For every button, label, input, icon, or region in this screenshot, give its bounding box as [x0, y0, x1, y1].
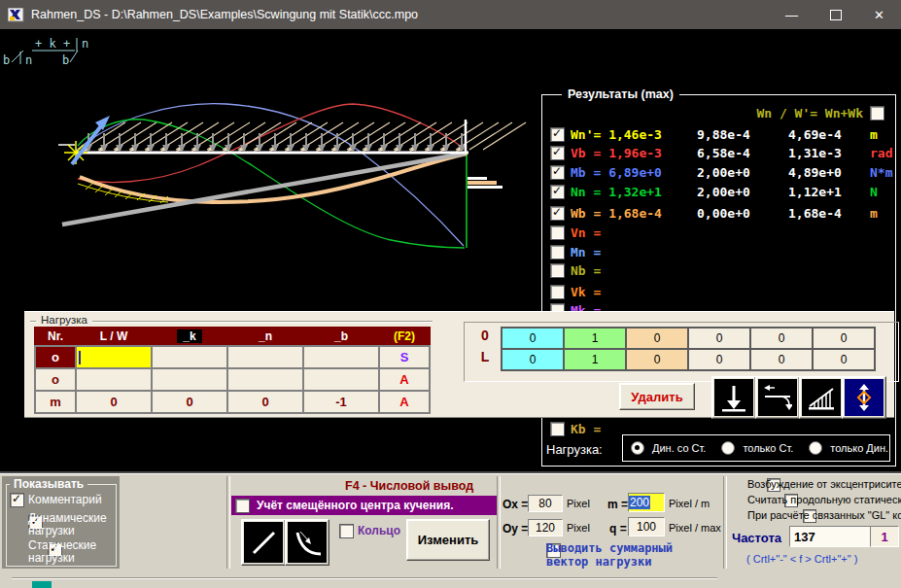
radio-label[interactable]: Дин. со Ст. — [652, 442, 706, 454]
axes-icon — [763, 383, 792, 412]
load-cell[interactable] — [228, 369, 302, 390]
result-checkbox[interactable] — [550, 146, 565, 160]
frequency-input[interactable]: 137 — [789, 526, 871, 547]
bottom-panel: Показывать Комментарий Динамические нагр… — [0, 473, 901, 588]
comment-label[interactable]: Комментарий — [28, 493, 102, 506]
radio-dyn-with-static[interactable] — [631, 441, 644, 455]
load-mode-label: Нагрузка: — [546, 442, 603, 457]
result-checkbox[interactable] — [550, 127, 565, 142]
maximize-icon — [830, 10, 842, 20]
ox-unit: Pixel — [567, 498, 590, 509]
result-unit: N*m — [870, 165, 892, 180]
shifted-center-label[interactable]: Учёт смещённого центра кучения. — [257, 499, 453, 512]
load-cell[interactable] — [228, 347, 302, 367]
matrix-cell[interactable]: 1 — [565, 350, 625, 369]
distributed-load-arrows — [83, 122, 526, 152]
radio-label[interactable]: только Ст. — [743, 442, 793, 454]
point-load-button[interactable] — [711, 376, 756, 419]
load-cell[interactable]: 0 — [228, 392, 302, 412]
result-value-3: 4,69e-4 — [788, 127, 864, 142]
matrix-cell[interactable]: 0 — [814, 329, 874, 348]
schematic-b-left: b — [3, 53, 10, 67]
selected-text: 200 — [629, 496, 650, 509]
dynamic-loads-label2[interactable]: нагрузки — [28, 524, 75, 537]
separator — [226, 476, 230, 569]
longitudinal-label[interactable]: Считать продольную статическу — [747, 494, 901, 505]
result-checkbox[interactable] — [550, 165, 565, 180]
change-button[interactable]: Изменить — [406, 519, 490, 561]
load-cell[interactable] — [153, 369, 226, 390]
static-loads-label2[interactable]: нагрузки — [28, 551, 75, 565]
line-diagram-button[interactable] — [241, 519, 286, 566]
q-input[interactable]: 100 — [628, 517, 665, 536]
matrix-cell[interactable]: 0 — [502, 350, 563, 369]
result-checkbox[interactable] — [550, 285, 565, 299]
double-arrow-diamond-icon — [849, 383, 879, 412]
sum-vector-label1[interactable]: Выводить суммарный — [546, 541, 673, 555]
result-checkbox[interactable] — [550, 245, 565, 259]
result-checkbox[interactable] — [550, 206, 565, 221]
comment-checkbox[interactable] — [10, 493, 24, 507]
static-loads-label[interactable]: Статические — [28, 538, 96, 552]
app-window: Rahmen_DS - D:\Rahmen_DS\Examples\Scwing… — [0, 0, 901, 588]
radio-label[interactable]: только Дин. — [830, 442, 888, 454]
result-checkbox[interactable] — [550, 422, 565, 436]
row-flag: S — [380, 347, 429, 367]
matrix-cell[interactable]: 0 — [689, 329, 749, 348]
matrix-cell[interactable]: 0 — [627, 350, 687, 369]
col-nr: Nr. — [36, 329, 75, 344]
close-button[interactable]: ✕ — [857, 0, 901, 29]
load-cell[interactable]: 0 — [77, 392, 151, 412]
formula-checkbox[interactable] — [870, 106, 884, 121]
minimize-button[interactable]: — — [770, 0, 814, 29]
matrix-cell[interactable]: 0 — [627, 329, 687, 348]
result-checkbox[interactable] — [550, 263, 565, 278]
load-cell[interactable] — [304, 347, 378, 367]
load-cell[interactable]: 0 — [153, 392, 226, 412]
load-cell[interactable] — [304, 369, 378, 390]
mode-number-input[interactable]: 1 — [870, 526, 899, 547]
matrix-cell[interactable]: 0 — [751, 350, 812, 369]
result-value-3: 1,31e-3 — [788, 146, 864, 160]
m-input[interactable]: 200 — [628, 493, 665, 512]
result-checkbox[interactable] — [550, 225, 565, 240]
curve-diagram-button[interactable] — [285, 519, 329, 566]
ramp-load-button[interactable] — [799, 376, 844, 419]
row-selector[interactable]: o — [36, 369, 75, 390]
matrix-cell[interactable]: 0 — [814, 350, 874, 369]
ox-input[interactable]: 80 — [528, 495, 563, 512]
matrix-cell[interactable]: 0 — [502, 329, 563, 348]
matrix-cell[interactable]: 0 — [751, 329, 812, 348]
gl-linked-label[interactable]: При расчёте связанных "GL" ко — [747, 509, 901, 521]
dynamic-loads-label[interactable]: Динамические — [28, 511, 107, 525]
result-label: Vk = — [571, 285, 691, 299]
result-checkbox[interactable] — [550, 185, 565, 199]
result-row: Mb = 6,89e+0 2,00e+0 4,89e+0 N*m — [550, 165, 892, 180]
result-value-3: 1,12e+1 — [788, 185, 864, 199]
axes-load-button[interactable] — [755, 376, 800, 419]
maximize-button[interactable] — [814, 0, 857, 29]
eccentric-label[interactable]: Возбуждение от эксцентрисите — [747, 478, 901, 490]
vibration-load-button[interactable] — [842, 376, 886, 419]
row-selector[interactable]: m — [36, 392, 75, 412]
radio-static-only[interactable] — [721, 441, 735, 455]
result-label: Nb = — [571, 263, 691, 278]
load-cell[interactable] — [77, 369, 151, 390]
delete-button[interactable]: Удалить — [619, 383, 695, 410]
matrix-row-label-0: 0 — [477, 328, 493, 343]
sum-vector-label2[interactable]: вектор нагрузки — [546, 555, 651, 569]
result-unit: m — [870, 206, 878, 221]
matrix-cell[interactable]: 0 — [689, 350, 749, 369]
ring-label[interactable]: Кольцо — [358, 524, 400, 537]
ring-checkbox[interactable] — [339, 524, 354, 538]
row-selector[interactable]: o — [36, 347, 75, 367]
shifted-center-checkbox[interactable] — [235, 499, 250, 513]
radio-dyn-only[interactable] — [809, 441, 822, 455]
oy-input[interactable]: 120 — [528, 519, 563, 536]
schematic-n-left: n — [25, 53, 32, 67]
load-cell[interactable] — [153, 347, 226, 367]
matrix-cell[interactable]: 1 — [565, 329, 625, 348]
load-cell[interactable]: -1 — [304, 392, 378, 412]
load-input-cell[interactable] — [77, 347, 151, 367]
result-label: Wb = 1,68e-4 — [571, 206, 691, 221]
